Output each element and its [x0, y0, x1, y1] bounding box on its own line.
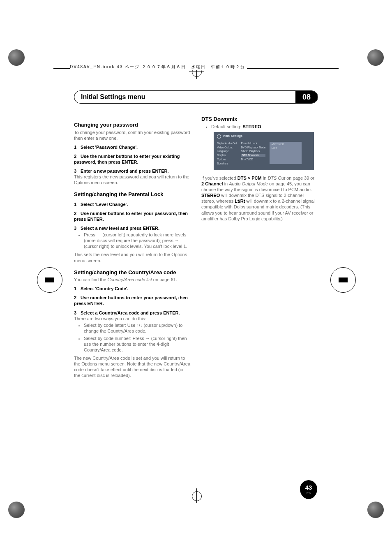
country-bullet-2: Select by code number: Press → (cursor r…: [84, 335, 191, 353]
parental-after: This sets the new level and you will ret…: [74, 252, 191, 263]
panel-item: Speakers: [217, 162, 237, 165]
side-register-icon: [33, 263, 66, 296]
country-intro-italic: Country/Area code list: [108, 277, 152, 282]
panel-item: Parental Lock: [241, 142, 265, 145]
chapter-number: 08: [295, 91, 318, 103]
country-after: There are two ways you can do this:: [74, 316, 191, 321]
step-1-country-text: Select 'Country Code'.: [81, 286, 128, 291]
step-1-country: 1Select 'Country Code'.: [74, 286, 191, 291]
panel-option: STEREO: [271, 143, 300, 146]
heading-parental-lock: Setting/changing the Parental Lock: [74, 191, 191, 198]
t: Lt/Rt: [235, 199, 245, 204]
country-final: The new Country/Area code is set and you…: [74, 355, 191, 378]
settings-panel: Initial Settings Digital Audio Out Video…: [214, 132, 314, 170]
step-3-parental: 3Select a new level and press ENTER.: [74, 225, 191, 231]
dts-default: Default setting: STEREO: [211, 124, 318, 130]
page-content: Initial Settings menu 08 Changing your p…: [74, 90, 318, 378]
page-number: 43: [305, 484, 312, 490]
change-password-intro: To change your password, confirm your ex…: [74, 130, 191, 141]
heading-country-code: Setting/changing the Country/Area code: [74, 269, 191, 276]
corner-mark-icon: [8, 49, 25, 66]
country-bullet-1: Select by code letter: Use ↑/↓ (cursor u…: [84, 322, 191, 334]
panel-item-selected: DTS Downmix: [241, 154, 265, 157]
step-3-password-body: This registers the new password and you …: [74, 174, 191, 185]
step-1-parental-text: Select 'Level Change'.: [81, 202, 128, 207]
corner-mark-icon: [367, 49, 384, 66]
chapter-bar: Initial Settings menu 08: [74, 90, 318, 104]
t: STEREO: [201, 193, 220, 198]
t: in: [223, 181, 229, 186]
t: DTS Out: [267, 176, 285, 180]
t: DTS > PCM: [238, 176, 262, 180]
panel-item: Options: [217, 158, 237, 161]
panel-item: Digital Audio Out: [217, 142, 237, 145]
step-1-password-text: Select 'Password Change'.: [81, 145, 138, 150]
book-meta-line: DV48AV_EN.book 43 ページ ２００７年６月６日 水曜日 午前１０…: [70, 64, 247, 70]
panel-item: DivX VOD: [241, 158, 265, 161]
page-number-badge: 43 En: [300, 480, 317, 499]
step-2-password: 2Use the number buttons to enter your ex…: [74, 153, 191, 165]
step-3-country: 3Select a Country/Area code and press EN…: [74, 310, 191, 316]
country-intro-a: You can find the: [74, 277, 108, 282]
country-intro: You can find the Country/Area code list …: [74, 277, 191, 282]
settings-panel-title: Initial Settings: [223, 134, 242, 138]
step-2-parental-text: Use number buttons to enter your passwor…: [74, 211, 188, 222]
panel-item: Video Output: [217, 146, 237, 149]
side-register-icon: [326, 263, 359, 296]
step-2-parental: 2Use number buttons to enter your passwo…: [74, 210, 191, 222]
right-column: DTS Downmix Default setting: STEREO Init…: [201, 116, 318, 378]
panel-col-2: Parental Lock DVD Playback Mode SACD Pla…: [241, 142, 265, 165]
gear-icon: [217, 134, 221, 139]
panel-item: SACD Playback: [241, 150, 265, 153]
step-2-password-text: Use the number buttons to enter your exi…: [74, 154, 180, 164]
panel-option: Lt/Rt: [271, 146, 300, 150]
settings-panel-header: Initial Settings: [217, 134, 311, 139]
step-3-password-text: Enter a new password and press ENTER.: [81, 169, 169, 173]
dts-default-value: STEREO: [242, 124, 261, 129]
step-3-password: 3Enter a new password and press ENTER.: [74, 168, 191, 174]
heading-change-password: Changing your password: [74, 122, 191, 129]
t: If you've selected: [201, 176, 238, 180]
panel-col-1: Digital Audio Out Video Output Language …: [217, 142, 237, 165]
t: on page 39 or: [285, 176, 314, 180]
corner-mark-icon: [367, 502, 384, 518]
step-2-country: 2Use number buttons to enter your passwo…: [74, 295, 191, 306]
step-1-password: 1Select 'Password Change'.: [74, 144, 191, 150]
t: 2 Channel: [201, 181, 223, 186]
step-3-parental-text: Select a new level and press ENTER.: [81, 226, 159, 231]
step-1-parental: 1Select 'Level Change'.: [74, 201, 191, 207]
chapter-title: Initial Settings menu: [74, 91, 295, 103]
step-3-country-text: Select a Country/Area code and press ENT…: [81, 310, 180, 315]
dts-body: If you've selected DTS > PCM in DTS Out …: [201, 175, 318, 222]
parental-bullet: Press ← (cursor left) repeatedly to lock…: [84, 232, 191, 249]
t: Audio Output Mode: [229, 181, 268, 186]
step-2-country-text: Use number buttons to enter your passwor…: [74, 295, 188, 306]
page-lang: En: [307, 491, 311, 495]
country-intro-b: on page 61.: [152, 277, 177, 282]
left-column: Changing your password To change your pa…: [74, 116, 191, 378]
panel-col-3: STEREO Lt/Rt: [270, 142, 302, 164]
panel-item: Display: [217, 154, 237, 157]
panel-item: Language: [217, 150, 237, 153]
t: in: [262, 176, 268, 180]
dts-default-label: Default setting:: [211, 124, 242, 129]
heading-dts-downmix: DTS Downmix: [201, 116, 318, 123]
panel-item: DVD Playback Mode: [241, 146, 265, 149]
corner-mark-icon: [8, 502, 25, 518]
register-cross-icon: [189, 488, 204, 503]
